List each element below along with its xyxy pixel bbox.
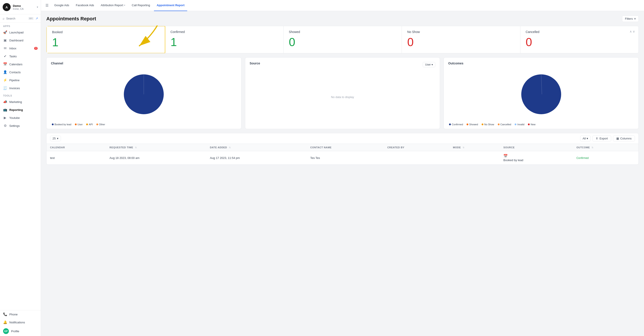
sidebar-item-label: Marketing (9, 100, 22, 104)
sort-mode-icon: ⇅ (462, 146, 464, 149)
sidebar-item-reporting[interactable]: 📺 Reporting (0, 106, 41, 114)
sidebar-item-marketing[interactable]: 📣 Marketing (0, 98, 41, 106)
expand-icon[interactable]: ∨ (633, 30, 635, 33)
channel-legend: Booked by lead User API Other (51, 123, 237, 126)
svg-point-3 (521, 74, 561, 114)
sidebar-item-invoices[interactable]: 🧾 Invoices (0, 84, 41, 92)
stat-card-booked: Booked 1 (46, 26, 165, 53)
outcomes-pie-chart (517, 70, 566, 119)
stat-card-confirmed: Confirmed 1 (165, 26, 283, 53)
export-label: Export (600, 137, 608, 140)
notifications-icon: 🔔 (3, 320, 7, 324)
page-title: Appointments Report (46, 16, 96, 22)
table-section: 25 ▾ All ▾ ⬆ Export ▦ Columns (46, 133, 639, 165)
channel-pie-chart (120, 70, 168, 119)
legend-no-show: No Show (482, 123, 494, 126)
source-cell: 📅 Booked by lead (503, 154, 569, 162)
sidebar-item-launchpad[interactable]: 🚀 Launchpad (0, 28, 41, 36)
sidebar-item-settings[interactable]: ⚙ Settings (0, 122, 41, 130)
topnav-google-ads[interactable]: Google Ads (52, 0, 72, 11)
sidebar-item-youtube[interactable]: ▶ Youtube (0, 114, 41, 122)
table-toolbar: 25 ▾ All ▾ ⬆ Export ▦ Columns (46, 133, 638, 144)
legend-dot-user (75, 123, 77, 125)
hamburger-menu-icon[interactable]: ☰ (46, 3, 48, 7)
stat-card-no-show: No Show 0 (402, 26, 520, 53)
source-dropdown[interactable]: User ▾ (423, 62, 435, 67)
legend-confirmed: Confirmed (449, 123, 463, 126)
stat-cards-container: Booked 1 Confirmed 1 Showed 0 No Show 0 (46, 26, 639, 53)
cell-date-added: Aug 17 2023, 11:54 pm (206, 151, 306, 165)
export-button[interactable]: ⬆ Export (592, 135, 611, 141)
table-row: test Aug 18 2023, 08:00 am Aug 17 2023, … (46, 151, 638, 165)
sidebar-item-notifications[interactable]: 🔔 Notifications (0, 318, 41, 326)
legend-user: User (75, 123, 83, 126)
topnav-facebook-ads[interactable]: Facebook Ads (73, 0, 96, 11)
stat-card-showed-value: 0 (289, 36, 396, 48)
stat-card-no-show-value: 0 (407, 36, 514, 48)
stat-card-showed-label: Showed (289, 30, 396, 34)
table-body: test Aug 18 2023, 08:00 am Aug 17 2023, … (46, 151, 638, 165)
stat-card-confirmed-value: 1 (170, 36, 278, 48)
sidebar-item-profile[interactable]: GP Profile (0, 326, 41, 336)
sidebar-item-dashboard[interactable]: ▣ Dashboard (0, 36, 41, 44)
legend-dot-cancelled (498, 123, 500, 125)
inbox-badge: 0 (34, 47, 38, 50)
collapse-icon[interactable]: ∧ (630, 30, 632, 33)
sidebar-item-label: Dashboard (9, 39, 24, 42)
source-chart-header: Source User ▾ (250, 61, 436, 68)
sidebar-item-tasks[interactable]: ✔ Tasks (0, 52, 41, 60)
table-actions: All ▾ ⬆ Export ▦ Columns (580, 135, 635, 141)
sidebar-search-bar[interactable]: ⌕ Search ⌘K ↗ (0, 14, 41, 22)
apps-section-label: Apps (0, 22, 41, 28)
sidebar-header[interactable]: A Demo Irvine, CA ▾ (0, 0, 41, 14)
channel-chart-card: Channel Booked by lead (46, 57, 242, 129)
sort-date-added-icon: ⇅ (229, 146, 231, 149)
sidebar-item-pipeline[interactable]: ⚡ Pipeline (0, 76, 41, 84)
legend-booked-by-lead: Booked by lead (52, 123, 71, 126)
columns-button[interactable]: ▦ Columns (613, 135, 635, 141)
topnav-appointment-report[interactable]: Appointment Report (154, 0, 187, 11)
table-header-row: CALENDAR REQUESTED TIME ⇅ DATE ADDED ⇅ C… (46, 144, 638, 151)
legend-dot-new (528, 123, 530, 125)
sidebar-item-phone[interactable]: 📞 Phone (0, 310, 41, 318)
topnav-call-reporting[interactable]: Call Reporting (129, 0, 153, 11)
sidebar-item-inbox[interactable]: ✉ Inbox 0 (0, 44, 41, 52)
channel-chart-content: Booked by lead User API Other (51, 68, 237, 126)
sidebar-item-label: Invoices (9, 86, 20, 90)
topnav-attribution-report[interactable]: Attribution Report ▾ (98, 0, 128, 11)
col-header-requested-time[interactable]: REQUESTED TIME ⇅ (106, 144, 206, 151)
all-filter-chevron-icon: ▾ (586, 137, 588, 140)
pipeline-icon: ⚡ (3, 78, 7, 82)
tools-section-label: Tools (0, 92, 41, 98)
sidebar-item-label: Profile (11, 330, 19, 333)
cell-calendar: test (46, 151, 106, 165)
col-header-source: SOURCE (500, 144, 573, 151)
legend-dot-showed (466, 123, 468, 125)
col-header-calendar: CALENDAR (46, 144, 106, 151)
legend-label-user: User (78, 123, 83, 126)
source-dropdown-icon: ▾ (432, 63, 433, 66)
stat-card-cancelled-value: 0 (526, 36, 633, 48)
col-header-date-added[interactable]: DATE ADDED ⇅ (206, 144, 306, 151)
contacts-icon: 👤 (3, 70, 7, 74)
sidebar-user-location: Irvine, CA (13, 7, 34, 10)
all-filter-select[interactable]: All ▾ (580, 135, 590, 141)
source-icon: 📅 (503, 154, 569, 158)
sidebar-item-contacts[interactable]: 👤 Contacts (0, 68, 41, 76)
sidebar-item-calendars[interactable]: 📅 Calendars (0, 60, 41, 68)
legend-dot-no-show (482, 123, 484, 125)
filters-label: Filters (625, 17, 633, 20)
legend-label-confirmed: Confirmed (452, 123, 463, 126)
dashboard-icon: ▣ (3, 38, 7, 42)
col-header-outcome[interactable]: OUTCOME ⇅ (573, 144, 638, 151)
filters-button[interactable]: Filters ≡ (622, 15, 639, 22)
col-header-mode[interactable]: MODE ⇅ (449, 144, 500, 151)
outcomes-chart-title: Outcomes (448, 61, 634, 65)
rows-per-page-select[interactable]: 25 ▾ (50, 136, 61, 141)
columns-label: Columns (620, 137, 632, 140)
sidebar-item-label: Inbox (9, 47, 16, 50)
sidebar-user-chevron-icon[interactable]: ▾ (37, 5, 38, 9)
stat-card-booked-label: Booked (52, 30, 160, 34)
export-icon: ⬆ (596, 137, 598, 140)
sidebar-item-label: Calendars (9, 63, 22, 66)
